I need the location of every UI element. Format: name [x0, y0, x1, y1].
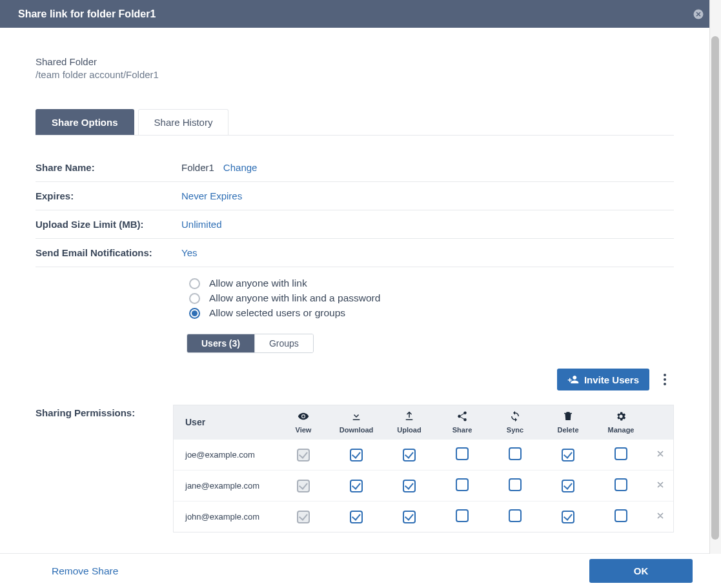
download-checkbox[interactable]: [350, 511, 363, 523]
delete-checkbox[interactable]: [562, 449, 574, 461]
trash-icon: [544, 411, 592, 423]
main-tabs: Share Options Share History: [36, 109, 674, 136]
download-checkbox[interactable]: [350, 449, 363, 461]
scrollbar-track[interactable]: [709, 0, 721, 554]
expires-value[interactable]: Never Expires: [181, 190, 242, 201]
share-checkbox[interactable]: [456, 509, 469, 522]
view-checkbox: [297, 480, 310, 492]
invite-users-button[interactable]: Invite Users: [557, 369, 649, 390]
radio-label: Allow anyone with link: [209, 278, 307, 289]
radio-circle-icon: [189, 293, 200, 304]
access-radio-group: Allow anyone with link Allow anyone with…: [36, 278, 674, 319]
dialog-title: Share link for folder Folder1: [18, 8, 156, 20]
col-view: View: [277, 405, 330, 440]
col-upload: Upload: [383, 405, 436, 440]
radio-label: Allow anyone with link and a password: [209, 292, 380, 304]
scrollbar-thumb[interactable]: [711, 36, 719, 540]
upload-checkbox[interactable]: [403, 511, 416, 523]
sync-checkbox[interactable]: [509, 447, 522, 460]
share-checkbox[interactable]: [456, 447, 469, 460]
expires-label: Expires:: [36, 190, 181, 201]
remove-row-icon[interactable]: [656, 451, 665, 460]
radio-circle-icon: [189, 308, 200, 319]
radio-allow-anyone[interactable]: Allow anyone with link: [189, 278, 674, 289]
col-user: User: [174, 405, 277, 440]
eye-icon: [279, 411, 327, 423]
folder-path: /team folder account/Folder1: [36, 69, 674, 80]
user-email: joe@example.com: [174, 440, 277, 471]
view-checkbox: [297, 511, 310, 523]
col-manage: Manage: [594, 405, 647, 440]
user-group-tabs: Users (3) Groups: [187, 334, 314, 353]
share-checkbox[interactable]: [456, 478, 469, 491]
user-email: john@example.com: [174, 502, 277, 532]
upload-limit-value[interactable]: Unlimited: [181, 219, 222, 230]
delete-checkbox[interactable]: [562, 480, 574, 492]
view-checkbox: [297, 449, 310, 461]
manage-checkbox[interactable]: [614, 447, 627, 460]
user-email: jane@example.com: [174, 471, 277, 502]
svg-point-2: [664, 378, 666, 381]
radio-allow-selected[interactable]: Allow selected users or groups: [189, 307, 674, 319]
manage-checkbox[interactable]: [614, 478, 627, 491]
download-icon: [332, 411, 380, 423]
download-checkbox[interactable]: [350, 480, 363, 492]
col-delete: Delete: [542, 405, 594, 440]
sync-checkbox[interactable]: [509, 509, 522, 522]
invite-users-label: Invite Users: [584, 374, 639, 385]
remove-row-icon[interactable]: [656, 482, 665, 491]
col-share: Share: [436, 405, 489, 440]
close-icon[interactable]: [691, 7, 706, 21]
gear-icon: [597, 411, 645, 423]
share-name-label: Share Name:: [36, 162, 181, 173]
delete-checkbox[interactable]: [562, 511, 574, 523]
subtab-users[interactable]: Users (3): [187, 334, 254, 352]
table-row: john@example.com: [174, 502, 673, 532]
radio-allow-anyone-password[interactable]: Allow anyone with link and a password: [189, 292, 674, 304]
dialog-titlebar: Share link for folder Folder1: [0, 0, 709, 28]
invite-users-icon: [567, 374, 579, 385]
upload-checkbox[interactable]: [403, 449, 416, 461]
table-row: jane@example.com: [174, 471, 673, 502]
upload-icon: [385, 411, 433, 423]
share-icon: [438, 411, 486, 423]
col-download: Download: [330, 405, 383, 440]
table-row: joe@example.com: [174, 440, 673, 471]
permissions-table: User View Download Upload Share Sync Del…: [173, 405, 674, 532]
tab-share-options[interactable]: Share Options: [36, 109, 134, 135]
upload-limit-label: Upload Size Limit (MB):: [36, 219, 181, 230]
email-notify-label: Send Email Notifications:: [36, 247, 181, 258]
sharing-permissions-label: Sharing Permissions:: [36, 405, 173, 418]
manage-checkbox[interactable]: [614, 509, 627, 522]
col-sync: Sync: [489, 405, 542, 440]
more-menu-icon[interactable]: [656, 370, 674, 389]
tab-share-history[interactable]: Share History: [138, 109, 229, 135]
svg-point-3: [664, 383, 666, 385]
share-name-value: Folder1: [181, 162, 214, 173]
radio-label: Allow selected users or groups: [209, 307, 345, 319]
subtab-groups[interactable]: Groups: [254, 334, 313, 352]
change-link[interactable]: Change: [223, 162, 258, 173]
folder-label: Shared Folder: [36, 56, 674, 67]
email-notify-value[interactable]: Yes: [181, 247, 197, 258]
remove-share-link[interactable]: Remove Share: [52, 565, 118, 577]
svg-point-1: [664, 374, 666, 376]
ok-button[interactable]: OK: [589, 559, 693, 583]
dialog-footer: Remove Share OK: [0, 553, 709, 588]
remove-row-icon[interactable]: [656, 512, 665, 522]
radio-circle-icon: [189, 278, 200, 289]
sync-checkbox[interactable]: [509, 478, 522, 491]
sync-icon: [491, 411, 539, 423]
upload-checkbox[interactable]: [403, 480, 416, 492]
